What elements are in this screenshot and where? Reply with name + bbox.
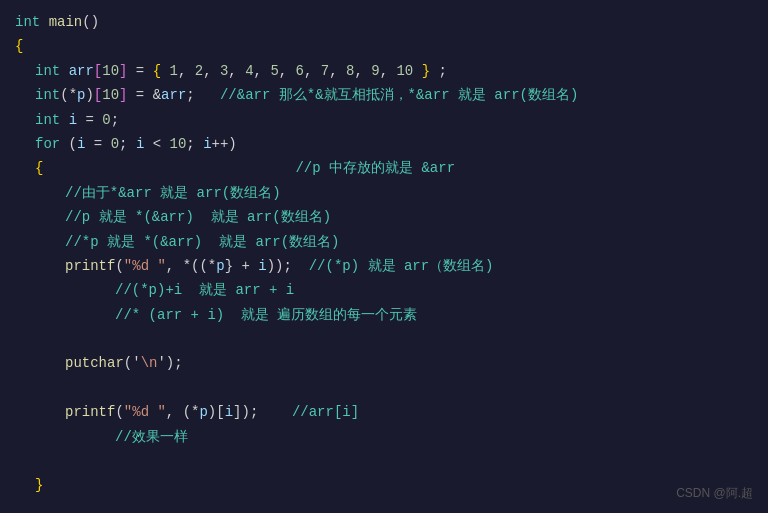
code-line: //p 就是 *(&arr) 就是 arr(数组名) [15, 205, 768, 229]
code-line: //(*p)+i 就是 arr + i [15, 278, 768, 302]
watermark: CSDN @阿.超 [676, 484, 753, 503]
code-line: printf("%d ", (*p)[i]); //arr[i] [15, 400, 768, 424]
code-line [15, 449, 768, 473]
code-line: //*p 就是 *(&arr) 就是 arr(数组名) [15, 230, 768, 254]
code-line: } [15, 473, 768, 497]
code-line: printf("%d ", *((*p} + i)); //(*p) 就是 ar… [15, 254, 768, 278]
code-line: { //p 中存放的就是 &arr [15, 156, 768, 180]
code-block: int main(){int arr[10] = { 1, 2, 3, 4, 5… [0, 10, 768, 513]
code-line: { [15, 34, 768, 58]
code-line [15, 498, 768, 513]
code-line: int main() [15, 10, 768, 34]
code-line: int i = 0; [15, 108, 768, 132]
code-line: //* (arr + i) 就是 遍历数组的每一个元素 [15, 303, 768, 327]
code-line: //由于*&arr 就是 arr(数组名) [15, 181, 768, 205]
code-line [15, 376, 768, 400]
code-line: putchar('\n'); [15, 351, 768, 375]
code-line [15, 327, 768, 351]
code-line: int(*p)[10] = &arr; //&arr 那么*&就互相抵消，*&a… [15, 83, 768, 107]
code-container: int main(){int arr[10] = { 1, 2, 3, 4, 5… [0, 0, 768, 513]
code-line: for (i = 0; i < 10; i++) [15, 132, 768, 156]
code-line: int arr[10] = { 1, 2, 3, 4, 5, 6, 7, 8, … [15, 59, 768, 83]
code-line: //效果一样 [15, 425, 768, 449]
